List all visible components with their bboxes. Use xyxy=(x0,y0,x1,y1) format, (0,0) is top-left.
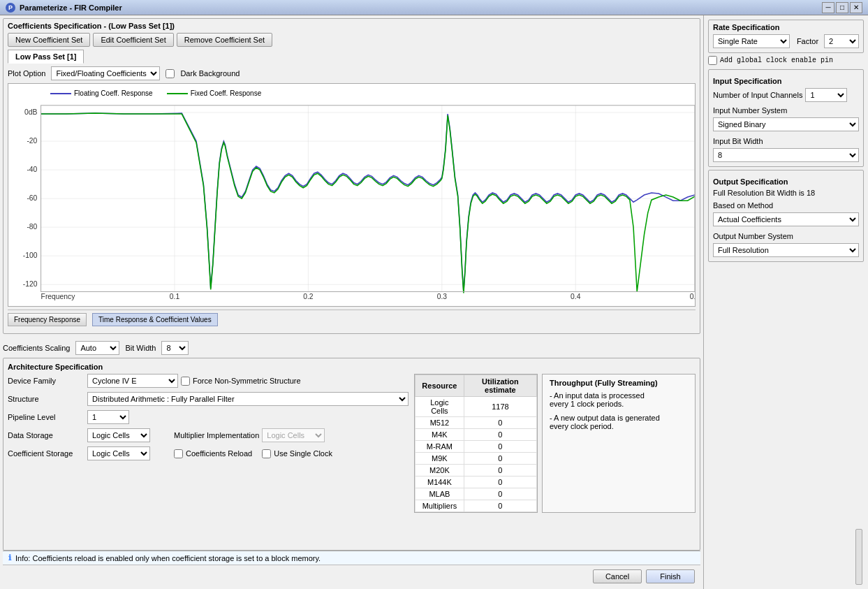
time-response-button[interactable]: Time Response & Coefficient Values xyxy=(92,313,218,326)
arch-section-label: Architecture Specification xyxy=(8,363,696,371)
clock-pin-label: Add global clock enable pin xyxy=(720,57,833,64)
number-system-label: Input Number System xyxy=(713,106,859,115)
input-spec-section: Input Specification Number of Input Chan… xyxy=(708,69,864,167)
input-bit-width-select[interactable]: 8 16 24 32 xyxy=(713,148,859,162)
svg-text:-20: -20 xyxy=(27,137,37,145)
svg-text:0.1: 0.1 xyxy=(170,293,180,300)
svg-text:0.5: 0.5 xyxy=(690,293,695,300)
table-row: Multipliers0 xyxy=(415,500,537,512)
data-storage-label: Data Storage xyxy=(8,431,84,439)
bit-width-label: Bit Width xyxy=(125,344,156,352)
device-family-select[interactable]: Cyclone IV E Cyclone V xyxy=(87,374,178,388)
remove-coefficient-set-button[interactable]: Remove Coefficient Set xyxy=(177,33,272,47)
coeff-storage-label: Coefficient Storage xyxy=(8,449,84,458)
output-number-system-label: Output Number System xyxy=(713,232,859,240)
table-row: M144K0 xyxy=(415,477,537,488)
input-spec-label: Input Specification xyxy=(713,77,859,85)
bit-width-select[interactable]: 8 16 32 xyxy=(161,341,189,355)
right-scroll xyxy=(708,529,864,585)
device-family-row: Device Family Cyclone IV E Cyclone V For… xyxy=(8,374,409,388)
rate-spec-label: Rate Specification xyxy=(713,23,859,31)
input-bit-width-label: Input Bit Width xyxy=(713,137,859,145)
finish-button[interactable]: Finish xyxy=(646,569,695,583)
factor-label: Factor xyxy=(797,37,818,45)
output-spec-label: Output Specification xyxy=(713,177,859,186)
data-storage-row: Data Storage Logic Cells M512 M4K Multip… xyxy=(8,428,409,442)
plot-option-label: Plot Option xyxy=(8,69,45,78)
throughput-line2: every 1 clock periods. xyxy=(550,400,688,408)
table-row: M20K0 xyxy=(415,465,537,477)
plot-options-bar: Plot Option Fixed/Floating Coefficients … xyxy=(8,64,696,83)
info-text: Info: Coefficients reload is enabled onl… xyxy=(15,554,321,562)
structure-row: Structure Distributed Arithmetic : Fully… xyxy=(8,392,409,406)
coeff-section: Coefficients Specification - (Low Pass S… xyxy=(3,18,700,334)
cancel-button[interactable]: Cancel xyxy=(593,569,642,583)
dark-background-label: Dark Background xyxy=(180,69,240,78)
chart-svg: 0dB -20 -40 -60 -80 -100 -120 0.1 0.2 0.… xyxy=(8,84,695,306)
coeff-scaling-select[interactable]: Auto Manual xyxy=(75,341,119,355)
plot-option-select[interactable]: Fixed/Floating Coefficients Floating Poi… xyxy=(51,66,160,80)
svg-text:-100: -100 xyxy=(23,252,38,259)
resource-table: Resource Utilization estimate Logic Cell… xyxy=(414,374,538,513)
resource-col-header: Resource xyxy=(415,375,464,397)
output-number-system-section: Output Number System Full Resolution Int… xyxy=(713,232,859,257)
channels-label: Number of Input Channels xyxy=(713,91,802,99)
svg-text:-60: -60 xyxy=(27,194,37,202)
tab-low-pass-set[interactable]: Low Pass Set [1] xyxy=(8,50,84,64)
coeff-storage-row: Coefficient Storage Logic Cells M512 M4K… xyxy=(8,446,409,460)
coeff-reload-checkbox[interactable] xyxy=(174,449,183,458)
frequency-response-button[interactable]: Frequency Response xyxy=(8,313,87,326)
coeff-buttons: New Coefficient Set Edit Coefficient Set… xyxy=(8,33,696,47)
coeff-scaling-label: Coefficients Scaling xyxy=(3,344,70,352)
multiplier-impl-select[interactable]: Logic Cells Embedded Multipliers xyxy=(262,428,325,442)
rate-mode-select[interactable]: Single Rate Decimation Interpolation xyxy=(713,34,790,48)
input-bit-width-section: Input Bit Width 8 16 24 32 xyxy=(713,137,859,162)
table-row: MLAB0 xyxy=(415,488,537,500)
coeff-storage-select[interactable]: Logic Cells M512 M4K xyxy=(87,446,150,460)
new-coefficient-set-button[interactable]: New Coefficient Set xyxy=(8,33,90,47)
full-res-text: Full Resolution Bit Width is 18 xyxy=(713,189,859,197)
channels-select[interactable]: 1 2 4 xyxy=(805,88,847,102)
throughput-line4: - A new output data is generated xyxy=(550,414,688,422)
rate-spec-section: Rate Specification Single Rate Decimatio… xyxy=(708,20,864,53)
number-system-section: Input Number System Signed Binary Unsign… xyxy=(713,106,859,131)
svg-text:0.2: 0.2 xyxy=(303,293,314,300)
tab-strip: Low Pass Set [1] xyxy=(8,50,696,64)
clock-pin-checkbox[interactable] xyxy=(708,56,717,65)
freq-response-bar: Frequency Response Time Response & Coeff… xyxy=(8,310,696,329)
restore-button[interactable]: □ xyxy=(836,2,848,13)
main-container: Coefficients Specification - (Low Pass S… xyxy=(0,15,868,589)
dark-background-checkbox[interactable] xyxy=(165,69,175,78)
pipeline-row: Pipeline Level 1 2 3 xyxy=(8,410,409,424)
left-panel: Coefficients Specification - (Low Pass S… xyxy=(0,15,704,589)
clock-pin-row: Add global clock enable pin xyxy=(708,56,864,65)
bottom-buttons: Cancel Finish xyxy=(3,565,700,586)
output-spec-section: Output Specification Full Resolution Bit… xyxy=(708,170,864,262)
output-number-system-select[interactable]: Full Resolution Integer xyxy=(713,243,859,257)
svg-text:Frequency: Frequency xyxy=(41,293,76,300)
data-storage-select[interactable]: Logic Cells M512 M4K xyxy=(87,428,150,442)
structure-select[interactable]: Distributed Arithmetic : Fully Parallel … xyxy=(87,392,409,406)
close-button[interactable]: ✕ xyxy=(850,2,862,13)
arch-left: Device Family Cyclone IV E Cyclone V For… xyxy=(8,374,409,513)
svg-text:0dB: 0dB xyxy=(24,108,38,116)
factor-select[interactable]: 2 1 4 8 xyxy=(824,34,859,48)
minimize-button[interactable]: ─ xyxy=(822,2,834,13)
window-title: Parameterize - FIR Compiler xyxy=(20,3,821,12)
scaling-bar: Coefficients Scaling Auto Manual Bit Wid… xyxy=(3,337,700,358)
title-bar: P Parameterize - FIR Compiler ─ □ ✕ xyxy=(0,0,868,15)
force-non-sym-checkbox[interactable] xyxy=(181,377,190,386)
table-row: M-RAM0 xyxy=(415,441,537,453)
info-bar: ℹ Info: Coefficients reload is enabled o… xyxy=(3,551,700,565)
multiplier-impl-label: Multiplier Implementation xyxy=(174,431,259,439)
input-number-system-select[interactable]: Signed Binary Unsigned Binary xyxy=(713,117,859,131)
svg-text:0.4: 0.4 xyxy=(571,293,581,300)
edit-coefficient-set-button[interactable]: Edit Coefficient Set xyxy=(93,33,173,47)
scroll-thumb[interactable] xyxy=(855,529,862,585)
use-single-clock-checkbox[interactable] xyxy=(262,449,271,458)
pipeline-select[interactable]: 1 2 3 xyxy=(87,410,129,424)
table-row: M9K0 xyxy=(415,453,537,465)
throughput-line5: every clock period. xyxy=(550,422,688,430)
svg-text:-80: -80 xyxy=(27,223,37,231)
based-on-select[interactable]: Actual Coefficients Quantized Coefficien… xyxy=(713,212,859,226)
